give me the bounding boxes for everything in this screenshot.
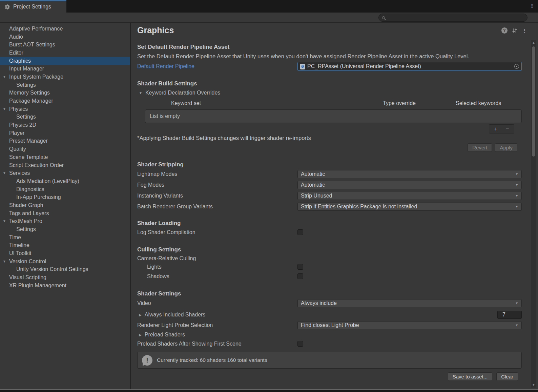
sidebar-item-textmesh-pro[interactable]: ▼TextMesh Pro: [0, 218, 130, 226]
list-empty-text: List is empty: [150, 113, 180, 119]
asset-icon: [300, 64, 305, 69]
scroll-down-icon[interactable]: ▼: [531, 383, 536, 387]
sidebar-item-package-manager[interactable]: Package Manager: [0, 97, 130, 105]
column-selected-keywords: Selected keywords: [456, 100, 501, 106]
sidebar-item-settings[interactable]: Settings: [0, 225, 130, 233]
sidebar-item-ui-toolkit[interactable]: UI Toolkit: [0, 249, 130, 257]
lights-label: Lights: [137, 264, 297, 270]
sidebar-item-timeline[interactable]: Timeline: [0, 242, 130, 250]
sidebar-item-visual-scripting[interactable]: Visual Scripting: [0, 273, 130, 282]
default-pipeline-description: Set the Default Render Pipeline Asset th…: [137, 53, 522, 60]
chevron-down-icon: ▼: [515, 194, 518, 198]
sidebar-item-xr-plugin-management[interactable]: XR Plugin Management: [0, 282, 130, 290]
log-shader-compilation-checkbox[interactable]: [297, 229, 303, 235]
keyword-overrides-foldout[interactable]: ▼ Keyword Declaration Overrides: [139, 90, 522, 96]
preload-shaders-label: Preload Shaders: [145, 332, 185, 338]
sidebar-item-audio[interactable]: Audio: [0, 33, 130, 41]
window-bottom-edge: [0, 389, 538, 392]
dropdown-value: Automatic: [301, 171, 325, 177]
tab-project-settings[interactable]: Project Settings: [0, 0, 66, 13]
sidebar-item-burst-aot-settings[interactable]: Burst AOT Settings: [0, 41, 130, 49]
save-to-asset-button[interactable]: Save to asset...: [448, 372, 492, 381]
chevron-down-icon: ▼: [515, 172, 518, 176]
foldout-open-icon[interactable]: ▼: [3, 107, 6, 111]
help-icon[interactable]: ?: [501, 27, 508, 34]
shadows-checkbox[interactable]: [297, 273, 303, 279]
default-render-pipeline-label[interactable]: Default Render Pipeline: [137, 63, 297, 69]
video-dropdown[interactable]: Always include ▼: [297, 299, 522, 307]
sidebar-item-adaptive-performance[interactable]: Adaptive Performance: [0, 25, 130, 33]
sidebar-item-graphics[interactable]: Graphics: [0, 57, 130, 65]
sidebar-item-diagnostics[interactable]: Diagnostics: [0, 185, 130, 193]
sidebar-item-editor[interactable]: Editor: [0, 49, 130, 57]
always-included-shaders-foldout[interactable]: ▶ Always Included Shaders: [137, 312, 297, 318]
sidebar-item-shader-graph[interactable]: Shader Graph: [0, 201, 130, 209]
sidebar-item-version-control[interactable]: ▼Version Control: [0, 257, 130, 266]
sidebar-item-tags-and-layers[interactable]: Tags and Layers: [0, 209, 130, 218]
sidebar-item-label: Preset Manager: [9, 138, 48, 144]
column-keyword-set: Keyword set: [171, 100, 201, 106]
sidebar-item-quality[interactable]: Quality: [0, 145, 130, 153]
sidebar-item-settings[interactable]: Settings: [0, 81, 130, 89]
section-shader-settings-heading: Shader Settings: [137, 290, 522, 297]
sidebar-item-label: Services: [9, 170, 30, 176]
pane-menu-icon[interactable]: ⋮: [522, 28, 527, 33]
sidebar-item-label: Settings: [16, 82, 36, 88]
scroll-up-icon[interactable]: ▲: [531, 41, 536, 44]
sidebar-item-physics[interactable]: ▼Physics: [0, 105, 130, 113]
sidebar-item-input-system-package[interactable]: ▼Input System Package: [0, 73, 130, 81]
fog-modes-dropdown[interactable]: Automatic ▼: [297, 181, 522, 189]
vertical-scrollbar[interactable]: ▲ ▼: [531, 40, 536, 388]
always-included-shaders-label: Always Included Shaders: [145, 312, 206, 318]
sidebar-item-ads-mediation-levelplay[interactable]: Ads Mediation (LevelPlay): [0, 177, 130, 185]
foldout-open-icon[interactable]: ▼: [3, 171, 6, 175]
revert-button[interactable]: Revert: [468, 143, 492, 152]
instancing-variants-label: Instancing Variants: [137, 193, 297, 199]
preload-shaders-foldout[interactable]: ▶ Preload Shaders: [139, 332, 522, 338]
search-icon: [382, 16, 385, 19]
sidebar-item-unity-version-control-settings[interactable]: Unity Version Control Settings: [0, 266, 130, 274]
search-input[interactable]: [387, 15, 524, 21]
foldout-open-icon[interactable]: ▼: [3, 75, 6, 79]
preload-after-first-scene-checkbox[interactable]: [297, 341, 303, 347]
foldout-open-icon[interactable]: ▼: [3, 220, 6, 223]
render-pipeline-object-field[interactable]: PC_RPAsset (Universal Render Pipeline As…: [297, 62, 522, 71]
sidebar-item-in-app-purchasing[interactable]: In-App Purchasing: [0, 193, 130, 201]
add-button[interactable]: +: [490, 125, 502, 133]
presets-icon[interactable]: [512, 28, 518, 34]
instancing-variants-dropdown[interactable]: Strip Unused ▼: [297, 192, 522, 200]
dropdown-value: Strip Unused: [301, 193, 332, 199]
sidebar-item-label: Adaptive Performance: [9, 26, 63, 32]
column-type-override: Type override: [383, 100, 416, 106]
sidebar-item-script-execution-order[interactable]: Script Execution Order: [0, 161, 130, 169]
renderer-light-probe-dropdown[interactable]: Find closest Light Probe ▼: [297, 321, 522, 329]
video-label: Video: [137, 300, 297, 306]
sidebar-item-physics-2d[interactable]: Physics 2D: [0, 121, 130, 129]
sidebar-item-label: Timeline: [9, 242, 29, 248]
sidebar-item-services[interactable]: ▼Services: [0, 169, 130, 177]
batch-renderer-group-variants-label: Batch Renderer Group Variants: [137, 204, 297, 210]
sidebar-item-label: Ads Mediation (LevelPlay): [16, 178, 79, 184]
sidebar-item-input-manager[interactable]: Input Manager: [0, 65, 130, 73]
sidebar-item-memory-settings[interactable]: Memory Settings: [0, 89, 130, 97]
search-box[interactable]: [378, 14, 527, 22]
remove-button[interactable]: −: [502, 125, 513, 133]
lightmap-modes-dropdown[interactable]: Automatic ▼: [297, 170, 522, 178]
fog-modes-label: Fog Modes: [137, 182, 297, 188]
always-included-count-field[interactable]: 7: [497, 311, 522, 319]
sidebar-item-preset-manager[interactable]: Preset Manager: [0, 137, 130, 145]
sidebar-item-time[interactable]: Time: [0, 233, 130, 242]
apply-button[interactable]: Apply: [495, 143, 517, 152]
object-picker-icon[interactable]: [514, 64, 519, 69]
sidebar-item-scene-template[interactable]: Scene Template: [0, 153, 130, 161]
lights-checkbox[interactable]: [297, 264, 303, 270]
graphics-settings-pane: Graphics ? ⋮ Set Default Render Pipeline…: [131, 23, 538, 389]
clear-button[interactable]: Clear: [496, 372, 518, 381]
batch-renderer-group-variants-dropdown[interactable]: Strip if Entities Graphics Package is no…: [297, 203, 522, 211]
titlebar-menu-icon[interactable]: ⋮: [529, 3, 535, 9]
sidebar-item-player[interactable]: Player: [0, 129, 130, 137]
sidebar-item-settings[interactable]: Settings: [0, 113, 130, 121]
scrollbar-thumb[interactable]: [532, 46, 535, 157]
dropdown-value: Automatic: [301, 182, 325, 188]
foldout-open-icon[interactable]: ▼: [3, 260, 6, 263]
